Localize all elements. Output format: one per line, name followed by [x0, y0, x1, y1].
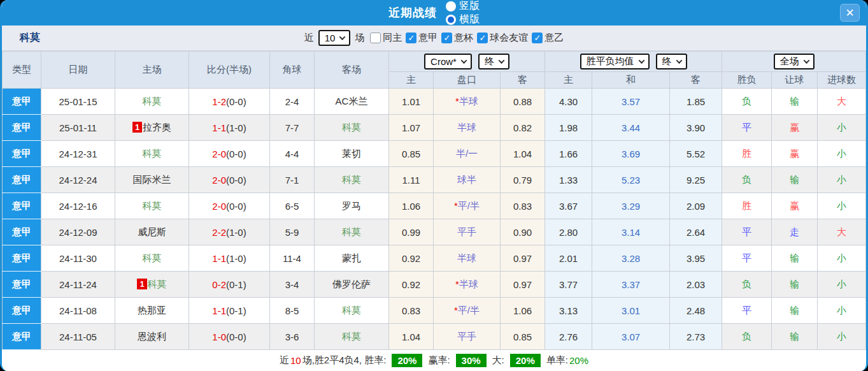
avg-win-cell: 3.13 [545, 298, 592, 324]
col-header-corner: 角球 [270, 52, 315, 89]
halftime-score: (0-0) [226, 201, 246, 212]
checkbox-label: 意杯 [454, 32, 473, 44]
league-cell: 意甲 [3, 219, 41, 245]
avg-lose-cell: 3.90 [670, 115, 722, 141]
chevron-down-icon [638, 57, 644, 64]
recent-results-dialog: 近期战绩 竖版横版 ✕ 科莫 近 10 场 同主✓意甲✓意杯✓球会友谊✓意乙 [0, 0, 868, 371]
filter-checkbox-item[interactable]: 同主 [370, 32, 402, 44]
score-cell: 2-0(0-0) [189, 141, 270, 167]
checkbox-icon: ✓ [477, 33, 488, 43]
handicap-result-cell: 走 [772, 219, 818, 245]
league-cell: 意甲 [3, 115, 41, 141]
bookmaker-select[interactable]: Crow* [424, 54, 472, 69]
chevron-down-icon [803, 57, 809, 64]
corner-cell: 6-5 [270, 193, 315, 219]
checkbox-icon: ✓ [406, 33, 416, 43]
home-team-cell: 热那亚 [115, 298, 189, 324]
score-cell: 1-2(0-0) [189, 89, 270, 115]
odds-handicap-cell: 平手 [434, 324, 501, 350]
away-team-cell: 科莫 [315, 324, 389, 350]
radio-icon [446, 15, 456, 25]
handicap-result-cell: 输 [772, 298, 818, 324]
close-button[interactable]: ✕ [840, 4, 860, 22]
corner-cell: 4-4 [270, 141, 315, 167]
goals-result-cell: 小 [818, 245, 866, 272]
team-label: 罗马 [342, 200, 361, 211]
layout-radio-vertical[interactable]: 竖版 [446, 0, 480, 13]
handicap-text: 半/一 [456, 148, 478, 159]
radio-label: 竖版 [459, 0, 480, 13]
odds-home-cell: 1.11 [389, 167, 434, 193]
avg-win-cell: 3.77 [545, 272, 592, 298]
filter-checkbox-item[interactable]: ✓球会友谊 [477, 32, 528, 44]
recent-count-select[interactable]: 10 [318, 30, 351, 46]
odds-away-cell: 1.06 [501, 298, 545, 324]
league-cell: 意甲 [3, 167, 41, 193]
corner-cell: 8-5 [270, 298, 315, 324]
filter-checkbox-item[interactable]: ✓意杯 [441, 32, 473, 44]
period-select[interactable]: 全场 [774, 54, 815, 69]
handicap-text: 平/半 [458, 305, 480, 316]
corner-cell: 2-4 [270, 89, 315, 115]
handicap-result-cell: 输 [772, 89, 818, 115]
filter-checkbox-item[interactable]: ✓意甲 [406, 32, 438, 44]
recent-label: 近 [304, 32, 314, 44]
goals-result-cell: 小 [818, 193, 866, 219]
goals-result-cell: 小 [818, 272, 866, 298]
title-bar: 近期战绩 竖版横版 ✕ [2, 0, 866, 25]
odds-home-cell: 1.06 [389, 193, 434, 219]
home-team-cell: 恩波利 [115, 324, 189, 350]
odds-home-cell: 0.99 [389, 219, 434, 245]
avg-lose-cell: 2.64 [670, 219, 722, 245]
avg-group-header: 胜平负均值 终 [545, 52, 722, 72]
red-card-badge: 1 [137, 279, 146, 289]
team-label: 威尼斯 [138, 226, 166, 237]
handicap-text: 半球 [457, 122, 476, 133]
col-header-score: 比分(半场) [189, 52, 270, 89]
checkbox-icon [370, 33, 381, 43]
date-cell: 24-12-16 [41, 193, 115, 219]
home-team-cell: 科莫 [115, 89, 189, 115]
filter-checkbox-item[interactable]: ✓意乙 [532, 32, 564, 44]
outcome-cell: 负 [722, 167, 772, 193]
subheader-outcome: 胜负 [722, 72, 772, 89]
team-label: 科莫 [143, 148, 162, 159]
avg-type-select[interactable]: 胜平负均值 [580, 54, 650, 69]
halftime-score: (1-0) [226, 253, 246, 264]
score-cell: 1-1(1-0) [189, 245, 270, 272]
goals-result-cell: 小 [818, 115, 866, 141]
bookmaker-select-value: Crow* [430, 56, 457, 67]
radio-label: 横版 [459, 13, 480, 26]
away-team-cell: 佛罗伦萨 [315, 272, 389, 298]
handicap-text: 半球 [457, 252, 476, 263]
handicap-text: 平/半 [458, 200, 480, 211]
away-team-cell: 科莫 [315, 115, 389, 141]
halftime-score: (1-0) [226, 122, 246, 133]
date-cell: 24-12-24 [41, 167, 115, 193]
score-cell: 1-1(1-0) [189, 115, 270, 141]
avg-draw-cell: 3.28 [592, 245, 670, 272]
avg-win-cell: 1.66 [545, 141, 592, 167]
table-row: 意甲 24-11-08 热那亚 1-1(0-1) 8-5 科莫 0.83 *平/… [3, 298, 866, 324]
table-row: 意甲 24-12-24 国际米兰 2-0(0-0) 7-1 科莫 1.11 球半… [3, 167, 866, 193]
fulltime-score: 1-2 [212, 96, 226, 107]
chevron-down-icon [498, 57, 504, 64]
avg-win-cell: 1.98 [545, 115, 592, 141]
avg-stage-select[interactable]: 终 [656, 54, 687, 69]
goals-result-cell: 大 [818, 219, 866, 245]
avg-win-cell: 1.33 [545, 167, 592, 193]
layout-radio-horizontal[interactable]: 横版 [446, 13, 480, 26]
corner-cell: 11-4 [270, 245, 315, 272]
team-label: 恩波利 [138, 331, 166, 342]
avg-win-cell: 4.30 [545, 89, 592, 115]
goals-result-cell: 大 [818, 89, 866, 115]
period-select-value: 全场 [780, 55, 799, 68]
table-row: 意甲 25-01-11 1拉齐奥 1-1(1-0) 7-7 科莫 1.07 半球… [3, 115, 866, 141]
fulltime-score: 2-0 [212, 175, 226, 186]
home-team-cell: 1科莫 [115, 272, 189, 298]
handicap-result-cell: 输 [772, 245, 818, 272]
team-label: 科莫 [342, 226, 361, 237]
odds-stage-select[interactable]: 终 [478, 54, 509, 69]
home-team-cell: 科莫 [115, 245, 189, 272]
team-label: 科莫 [342, 305, 361, 316]
